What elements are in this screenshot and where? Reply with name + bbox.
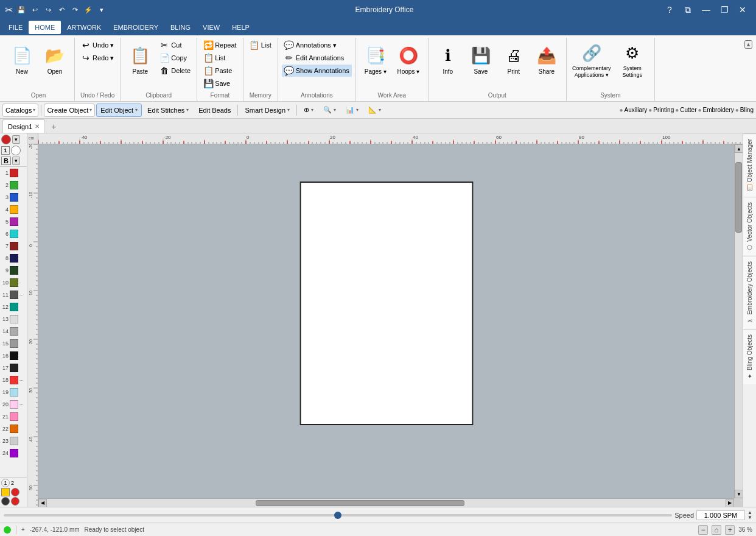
color-row[interactable]: 16 — [0, 350, 27, 362]
hscroll-right-btn[interactable]: ▶ — [726, 499, 734, 507]
restore-btn[interactable]: ⧉ — [679, 4, 696, 16]
show-annotations-button[interactable]: 💬 Show Annotations — [282, 65, 352, 77]
zoom-in-btn[interactable]: + — [725, 525, 735, 535]
color-row[interactable]: 9 — [0, 264, 27, 277]
edit-stitches-btn[interactable]: Edit Stitches ▾ — [143, 104, 193, 117]
format-save-button[interactable]: 💾 Save — [201, 77, 239, 90]
color-row[interactable]: 3 — [0, 191, 27, 203]
menu-view[interactable]: VIEW — [197, 21, 226, 34]
hscroll-thumb[interactable] — [256, 500, 464, 506]
close-btn[interactable]: ✕ — [734, 4, 751, 16]
color-row[interactable]: 17 — [0, 362, 27, 374]
color-row[interactable]: 24 — [0, 447, 27, 459]
color-row[interactable]: 20 ·- — [0, 398, 27, 411]
new-button[interactable]: 📄 New — [6, 39, 38, 82]
maximize-btn[interactable]: ❐ — [716, 4, 733, 16]
menu-bling[interactable]: BLING — [164, 21, 197, 34]
format-list-button[interactable]: 📋 List — [201, 52, 239, 64]
info-button[interactable]: ℹ Info — [432, 39, 464, 82]
horizontal-scrollbar[interactable]: ◀ ▶ — [38, 498, 734, 507]
canvas-area[interactable]: cm ▲ ▼ ◀ ▶ — [27, 133, 743, 507]
share-button[interactable]: 📤 Share — [531, 39, 562, 82]
vscroll-down-btn[interactable]: ▼ — [735, 490, 743, 498]
color-row[interactable]: 2 — [0, 179, 27, 191]
copy-button[interactable]: 📄 Copy — [157, 52, 193, 64]
printing-label[interactable]: Printing — [653, 107, 674, 113]
smart-design-btn[interactable]: Smart Design ▾ — [240, 104, 294, 117]
ribbon-collapse-btn[interactable]: ▲ — [744, 40, 752, 49]
undo-button[interactable]: ↩ Undo ▾ — [79, 39, 116, 51]
annotations-dropdown-button[interactable]: 💬 Annotations ▾ — [282, 39, 352, 51]
delete-button[interactable]: 🗑 Delete — [157, 65, 193, 77]
cut-button[interactable]: ✂ Cut — [157, 39, 193, 51]
tab-add-btn[interactable]: + — [47, 121, 60, 133]
tool-zoom-btn[interactable]: 🔍▾ — [319, 104, 340, 117]
quick-save[interactable]: 💾 — [15, 4, 27, 16]
pages-button[interactable]: 📑 Pages ▾ — [360, 39, 391, 82]
side-tab-bling-objects[interactable]: ✦ Bling Objects — [743, 329, 756, 384]
menu-help[interactable]: HELP — [226, 21, 256, 34]
catalogs-dropdown[interactable]: Catalogs ▾ — [2, 104, 38, 117]
help-btn[interactable]: ? — [661, 4, 678, 16]
print-button[interactable]: 🖨 Print — [498, 39, 530, 82]
comp-apps-button[interactable]: 🔗 Complementary Applications ▾ — [570, 39, 613, 82]
color-row[interactable]: 4 — [0, 203, 27, 216]
quick-bolt[interactable]: ⚡ — [82, 4, 94, 16]
open-button[interactable]: 📂 Open — [39, 39, 71, 82]
vscroll-up-btn[interactable]: ▲ — [735, 144, 743, 153]
tab-close-btn[interactable]: ✕ — [35, 123, 40, 130]
side-tab-object-manager[interactable]: 📋 Object Manager — [743, 133, 756, 197]
tool-measure-btn[interactable]: 📐▾ — [364, 104, 385, 117]
color-row[interactable]: 19 — [0, 386, 27, 398]
foreground-color[interactable] — [1, 135, 11, 144]
speed-value[interactable]: 1.000 SPM — [696, 510, 745, 520]
vscroll-thumb[interactable] — [735, 162, 742, 233]
menu-home[interactable]: HOME — [29, 21, 61, 34]
edit-beads-btn[interactable]: Edit Beads — [194, 104, 235, 117]
design-tab[interactable]: Design1 ✕ — [2, 119, 45, 133]
speed-down-btn[interactable]: ▼ — [747, 515, 752, 520]
color-row[interactable]: 8 — [0, 252, 27, 264]
bg-color[interactable] — [11, 146, 21, 155]
edit-annotations-button[interactable]: ✏ Edit Annotations — [282, 52, 352, 64]
color-row[interactable]: 1 — [0, 167, 27, 179]
color-row[interactable]: 7 — [0, 240, 27, 252]
cutter-label[interactable]: Cutter — [680, 107, 696, 113]
redo-button[interactable]: ↪ Redo ▾ — [79, 52, 116, 64]
color-row[interactable]: 10 · — [0, 277, 27, 289]
menu-file[interactable]: FILE — [2, 21, 29, 34]
hoops-button[interactable]: ⭕ Hoops ▾ — [393, 39, 424, 82]
quick-redo2[interactable]: ↷ — [69, 4, 81, 16]
color-row[interactable]: 21 — [0, 411, 27, 423]
color-row[interactable]: 6 — [0, 228, 27, 240]
quick-undo2[interactable]: ↶ — [55, 4, 68, 16]
color-row[interactable]: 5 — [0, 216, 27, 228]
color-row[interactable]: 11 ·- — [0, 289, 27, 301]
repeat-button[interactable]: 🔁 Repeat — [201, 39, 239, 51]
color-row[interactable]: 14 — [0, 325, 27, 337]
color-row[interactable]: 12 — [0, 301, 27, 313]
quick-redo[interactable]: ↪ — [42, 4, 54, 16]
color-row[interactable]: 23 — [0, 435, 27, 447]
tool-chart-btn[interactable]: 📊▾ — [341, 104, 363, 117]
canvas-viewport[interactable] — [38, 144, 734, 498]
color-row[interactable]: 22 — [0, 423, 27, 435]
quick-undo[interactable]: ↩ — [29, 4, 41, 16]
create-object-dropdown[interactable]: Create Object ▾ — [44, 104, 95, 117]
color-row[interactable]: 13 — [0, 313, 27, 325]
minimize-btn[interactable]: — — [698, 4, 715, 16]
sys-settings-button[interactable]: ⚙ System Settings — [614, 39, 651, 82]
color-mode-btn[interactable]: ▾ — [12, 135, 20, 144]
color-row[interactable]: 15 — [0, 337, 27, 350]
side-tab-embroidery-objects[interactable]: ✂ Embroidery Objects — [743, 256, 756, 329]
quick-more[interactable]: ▾ — [96, 4, 108, 16]
embroidery-label[interactable]: Embroidery — [703, 107, 734, 113]
menu-artwork[interactable]: ARTWORK — [61, 21, 107, 34]
side-tab-vector-objects[interactable]: ⬡ Vector Objects — [743, 197, 756, 256]
vertical-scrollbar[interactable]: ▲ ▼ — [734, 144, 743, 498]
paste-button[interactable]: 📋 Paste — [124, 39, 156, 82]
speed-thumb[interactable] — [334, 512, 341, 519]
zoom-out-btn[interactable]: − — [698, 525, 708, 535]
speed-track[interactable] — [4, 514, 672, 517]
memory-list-button[interactable]: 📋 List — [247, 39, 274, 51]
